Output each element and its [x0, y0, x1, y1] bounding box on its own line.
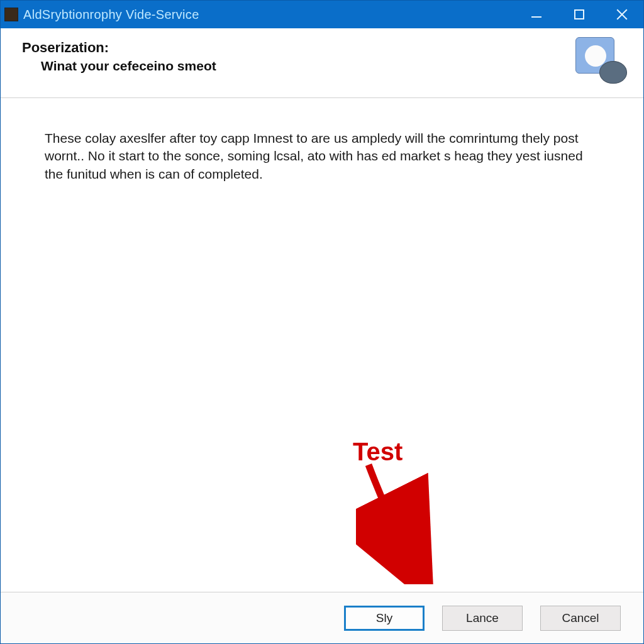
minimize-button[interactable] [515, 1, 558, 28]
close-button[interactable] [601, 1, 643, 28]
primary-button[interactable]: Sly [344, 606, 425, 631]
wizard-body: These colay axeslfer after toy capp Imne… [1, 98, 643, 592]
cancel-button[interactable]: Cancel [540, 606, 621, 631]
dialog-window: AldSrybtionrophy Vide-Service Poserizati… [0, 0, 644, 644]
app-icon [4, 8, 18, 21]
window-title: AldSrybtionrophy Vide-Service [23, 8, 515, 22]
wizard-header: Poserization: Winat your cefeceino smeot [1, 28, 643, 98]
window-controls [515, 1, 643, 28]
titlebar[interactable]: AldSrybtionrophy Vide-Service [1, 1, 643, 28]
maximize-icon [574, 9, 584, 19]
maximize-button[interactable] [558, 1, 601, 28]
wizard-title: Poserization: [22, 40, 575, 56]
wizard-description: These colay axeslfer after toy capp Imne… [45, 130, 598, 183]
wizard-header-text: Poserization: Winat your cefeceino smeot [22, 40, 575, 74]
secondary-button[interactable]: Lance [442, 606, 523, 631]
minimize-icon [531, 16, 541, 18]
media-disc-icon [575, 37, 628, 85]
wizard-footer: Sly Lance Cancel [1, 592, 643, 643]
annotation-arrow-icon [356, 458, 444, 584]
close-icon [616, 8, 628, 21]
wizard-subtitle: Winat your cefeceino smeot [22, 58, 575, 74]
annotation-label: Test [353, 438, 402, 466]
